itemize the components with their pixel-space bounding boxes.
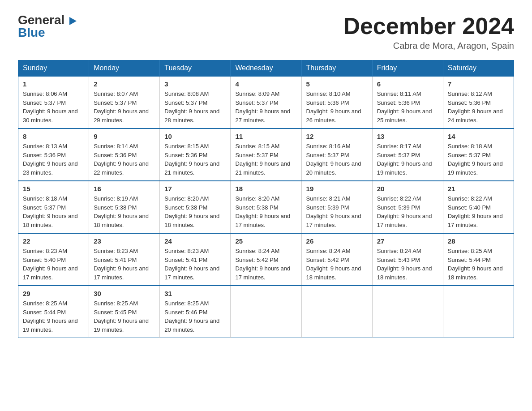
day-number: 4 [235,80,296,88]
calendar-week-4: 22 Sunrise: 8:23 AMSunset: 5:40 PMDaylig… [18,233,514,286]
calendar-cell: 19 Sunrise: 8:21 AMSunset: 5:39 PMDaylig… [301,181,372,233]
day-info: Sunrise: 8:20 AMSunset: 5:38 PMDaylight:… [235,194,296,229]
calendar-cell: 31 Sunrise: 8:25 AMSunset: 5:46 PMDaylig… [160,286,231,338]
calendar-cell: 5 Sunrise: 8:10 AMSunset: 5:36 PMDayligh… [301,76,372,128]
calendar-cell: 9 Sunrise: 8:14 AMSunset: 5:36 PMDayligh… [89,128,160,181]
calendar-cell: 25 Sunrise: 8:24 AMSunset: 5:42 PMDaylig… [231,233,301,286]
day-info: Sunrise: 8:14 AMSunset: 5:36 PMDaylight:… [94,142,155,177]
day-info: Sunrise: 8:25 AMSunset: 5:44 PMDaylight:… [448,247,509,282]
calendar-cell: 21 Sunrise: 8:22 AMSunset: 5:40 PMDaylig… [443,181,514,233]
day-info: Sunrise: 8:24 AMSunset: 5:42 PMDaylight:… [306,247,368,282]
day-number: 19 [306,185,368,193]
logo-general: General [18,13,64,27]
day-info: Sunrise: 8:08 AMSunset: 5:37 PMDaylight:… [164,90,226,124]
day-info: Sunrise: 8:22 AMSunset: 5:39 PMDaylight:… [377,194,438,229]
calendar-cell [231,286,301,338]
day-info: Sunrise: 8:10 AMSunset: 5:36 PMDaylight:… [306,90,368,124]
calendar-cell: 14 Sunrise: 8:18 AMSunset: 5:37 PMDaylig… [443,128,514,181]
day-info: Sunrise: 8:15 AMSunset: 5:37 PMDaylight:… [235,142,296,177]
logo: General Blue [18,13,69,40]
day-info: Sunrise: 8:17 AMSunset: 5:37 PMDaylight:… [377,142,438,177]
day-info: Sunrise: 8:20 AMSunset: 5:38 PMDaylight:… [164,194,226,229]
calendar-cell [443,286,514,338]
day-info: Sunrise: 8:15 AMSunset: 5:36 PMDaylight:… [164,142,226,177]
calendar-cell: 10 Sunrise: 8:15 AMSunset: 5:36 PMDaylig… [160,128,231,181]
day-number: 10 [164,133,226,140]
calendar-cell: 27 Sunrise: 8:24 AMSunset: 5:43 PMDaylig… [372,233,443,286]
day-number: 20 [377,185,438,193]
day-info: Sunrise: 8:25 AMSunset: 5:45 PMDaylight:… [94,299,155,334]
header-friday: Friday [372,60,443,77]
day-number: 5 [306,80,368,88]
calendar-cell: 3 Sunrise: 8:08 AMSunset: 5:37 PMDayligh… [160,76,231,128]
day-number: 23 [94,237,155,245]
day-number: 13 [377,133,438,140]
calendar-week-2: 8 Sunrise: 8:13 AMSunset: 5:36 PMDayligh… [18,128,514,181]
calendar-cell: 28 Sunrise: 8:25 AMSunset: 5:44 PMDaylig… [443,233,514,286]
day-number: 12 [306,133,368,140]
day-number: 31 [164,290,226,297]
calendar-cell: 8 Sunrise: 8:13 AMSunset: 5:36 PMDayligh… [18,128,89,181]
month-title: December 2024 [343,13,514,39]
calendar-cell: 15 Sunrise: 8:18 AMSunset: 5:37 PMDaylig… [18,181,89,233]
day-number: 18 [235,185,296,193]
day-number: 21 [448,185,509,193]
header-tuesday: Tuesday [160,60,231,77]
day-info: Sunrise: 8:07 AMSunset: 5:37 PMDaylight:… [94,90,155,124]
location: Cabra de Mora, Aragon, Spain [343,41,514,51]
day-info: Sunrise: 8:18 AMSunset: 5:37 PMDaylight:… [23,194,84,229]
day-info: Sunrise: 8:12 AMSunset: 5:36 PMDaylight:… [448,90,509,124]
calendar-cell: 4 Sunrise: 8:09 AMSunset: 5:37 PMDayligh… [231,76,301,128]
header-saturday: Saturday [443,60,514,77]
day-number: 25 [235,237,296,245]
day-info: Sunrise: 8:21 AMSunset: 5:39 PMDaylight:… [306,194,368,229]
day-info: Sunrise: 8:24 AMSunset: 5:43 PMDaylight:… [377,247,438,282]
day-info: Sunrise: 8:25 AMSunset: 5:44 PMDaylight:… [23,299,84,334]
day-info: Sunrise: 8:19 AMSunset: 5:38 PMDaylight:… [94,194,155,229]
header-wednesday: Wednesday [231,60,301,77]
title-area: December 2024 Cabra de Mora, Aragon, Spa… [343,13,514,51]
day-info: Sunrise: 8:09 AMSunset: 5:37 PMDaylight:… [235,90,296,124]
day-number: 3 [164,80,226,88]
header-monday: Monday [89,60,160,77]
day-number: 1 [23,80,84,88]
day-number: 16 [94,185,155,193]
day-number: 2 [94,80,155,88]
calendar-week-1: 1 Sunrise: 8:06 AMSunset: 5:37 PMDayligh… [18,76,514,128]
calendar-cell: 18 Sunrise: 8:20 AMSunset: 5:38 PMDaylig… [231,181,301,233]
calendar-cell: 2 Sunrise: 8:07 AMSunset: 5:37 PMDayligh… [89,76,160,128]
day-number: 27 [377,237,438,245]
calendar-cell: 1 Sunrise: 8:06 AMSunset: 5:37 PMDayligh… [18,76,89,128]
calendar-header-row: SundayMondayTuesdayWednesdayThursdayFrid… [18,60,514,77]
day-number: 24 [164,237,226,245]
logo-blue: Blue [18,26,45,40]
day-number: 7 [448,80,509,88]
calendar-cell: 20 Sunrise: 8:22 AMSunset: 5:39 PMDaylig… [372,181,443,233]
calendar-cell [372,286,443,338]
day-info: Sunrise: 8:22 AMSunset: 5:40 PMDaylight:… [448,194,509,229]
calendar-cell: 23 Sunrise: 8:23 AMSunset: 5:41 PMDaylig… [89,233,160,286]
page-header: General Blue December 2024 Cabra de Mora… [18,13,514,51]
day-number: 14 [448,133,509,140]
calendar-cell: 13 Sunrise: 8:17 AMSunset: 5:37 PMDaylig… [372,128,443,181]
day-info: Sunrise: 8:18 AMSunset: 5:37 PMDaylight:… [448,142,509,177]
day-info: Sunrise: 8:16 AMSunset: 5:37 PMDaylight:… [306,142,368,177]
calendar-cell: 24 Sunrise: 8:23 AMSunset: 5:41 PMDaylig… [160,233,231,286]
calendar-week-3: 15 Sunrise: 8:18 AMSunset: 5:37 PMDaylig… [18,181,514,233]
day-info: Sunrise: 8:13 AMSunset: 5:36 PMDaylight:… [23,142,84,177]
svg-marker-0 [69,17,77,25]
day-info: Sunrise: 8:24 AMSunset: 5:42 PMDaylight:… [235,247,296,282]
day-info: Sunrise: 8:25 AMSunset: 5:46 PMDaylight:… [164,299,226,334]
day-info: Sunrise: 8:23 AMSunset: 5:41 PMDaylight:… [94,247,155,282]
day-number: 8 [23,133,84,140]
day-number: 28 [448,237,509,245]
day-number: 9 [94,133,155,140]
day-number: 22 [23,237,84,245]
day-number: 6 [377,80,438,88]
header-thursday: Thursday [301,60,372,77]
day-info: Sunrise: 8:06 AMSunset: 5:37 PMDaylight:… [23,90,84,124]
calendar-cell: 30 Sunrise: 8:25 AMSunset: 5:45 PMDaylig… [89,286,160,338]
day-info: Sunrise: 8:23 AMSunset: 5:41 PMDaylight:… [164,247,226,282]
calendar-cell: 16 Sunrise: 8:19 AMSunset: 5:38 PMDaylig… [89,181,160,233]
day-number: 17 [164,185,226,193]
